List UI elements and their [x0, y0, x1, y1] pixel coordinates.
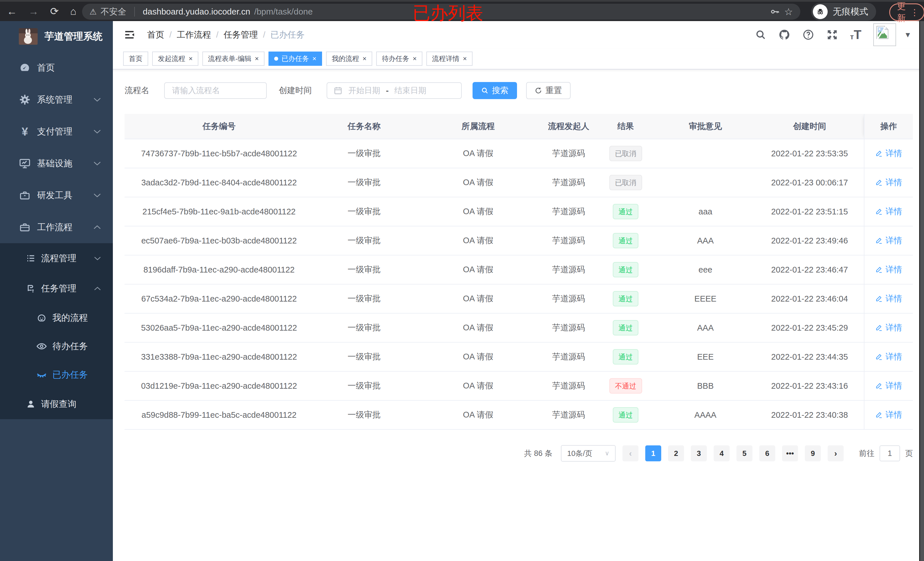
detail-link-label: 详情: [885, 380, 902, 392]
cell-task-id: 03d1219e-7b9a-11ec-a290-acde48001122: [124, 371, 314, 400]
tab-close-icon[interactable]: ×: [189, 55, 193, 62]
cell-flow: OA 请假: [415, 139, 542, 168]
forward-icon[interactable]: →: [28, 5, 39, 17]
sidebar-item-pay[interactable]: ¥ 支付管理: [0, 116, 113, 148]
view-tab[interactable]: 首页 ×: [123, 52, 148, 66]
detail-link[interactable]: 详情: [875, 235, 902, 246]
tab-close-icon[interactable]: ×: [363, 55, 366, 62]
next-page-button[interactable]: ›: [828, 445, 844, 461]
home-icon[interactable]: ⌂: [70, 5, 76, 17]
page-number-button[interactable]: 1: [645, 445, 661, 461]
cell-result: 通过: [596, 342, 656, 371]
detail-link[interactable]: 详情: [875, 409, 902, 420]
tags-view: 首页 × 发起流程 × 流程表单-编辑 × 已办任务 × 我的流程 × 待办任务: [113, 48, 924, 69]
view-tab[interactable]: 已办任务 ×: [268, 52, 322, 66]
browser-menu-icon[interactable]: ⋮: [910, 7, 919, 17]
cell-flow: OA 请假: [415, 197, 542, 226]
page-number-button[interactable]: 4: [714, 445, 730, 461]
page-number-button[interactable]: 2: [668, 445, 684, 461]
bookmark-star-icon[interactable]: ☆: [784, 6, 793, 17]
font-size-icon[interactable]: тT: [850, 30, 862, 40]
detail-link[interactable]: 详情: [875, 322, 902, 334]
search-icon[interactable]: [755, 29, 766, 40]
avatar-caret-icon[interactable]: ▼: [904, 30, 912, 39]
key-icon[interactable]: [770, 6, 780, 17]
cell-task-id: ec507ae6-7b9a-11ec-b03b-acde48001122: [124, 226, 314, 255]
cell-comment: AAA: [656, 226, 755, 255]
cell-result: 通过: [596, 197, 656, 226]
detail-link[interactable]: 详情: [875, 293, 902, 304]
update-button[interactable]: 更新 ⋮: [889, 3, 924, 21]
cell-task-name: 一级审批: [314, 284, 415, 313]
detail-link[interactable]: 详情: [875, 380, 902, 392]
detail-link[interactable]: 详情: [875, 148, 902, 159]
fullscreen-icon[interactable]: [826, 29, 838, 41]
cell-task-name: 一级审批: [314, 197, 415, 226]
cell-starter: 芋道源码: [542, 255, 596, 284]
sidebar-item-label: 我的流程: [52, 312, 88, 324]
tab-close-icon[interactable]: ×: [413, 55, 417, 62]
page-number-button[interactable]: 9: [805, 445, 821, 461]
breadcrumb-task-mgmt[interactable]: 任务管理: [224, 29, 258, 41]
page-scrollbar[interactable]: [919, 21, 924, 561]
view-tab[interactable]: 待办任务 ×: [376, 52, 422, 66]
view-tab[interactable]: 流程表单-编辑 ×: [202, 52, 264, 66]
page-number-button[interactable]: 5: [736, 445, 752, 461]
sidebar-item-leave[interactable]: 请假查询: [0, 389, 113, 419]
view-tab[interactable]: 发起流程 ×: [152, 52, 198, 66]
cell-starter: 芋道源码: [542, 226, 596, 255]
sidebar-item-my-process[interactable]: 我的流程: [0, 304, 113, 332]
page-number-button[interactable]: •••: [782, 445, 798, 461]
reset-button[interactable]: 重置: [526, 82, 571, 99]
prev-page-button[interactable]: ‹: [622, 445, 638, 461]
date-range-picker[interactable]: 开始日期 - 结束日期: [327, 82, 462, 99]
sidebar-item-home[interactable]: 首页: [0, 52, 113, 84]
cell-result: 通过: [596, 226, 656, 255]
logo[interactable]: 芋道管理系统: [0, 21, 113, 52]
avatar[interactable]: [873, 23, 896, 46]
tab-close-icon[interactable]: ×: [463, 55, 467, 62]
reload-icon[interactable]: ⟳: [50, 5, 59, 17]
goto-page-input[interactable]: [879, 445, 900, 461]
detail-link[interactable]: 详情: [875, 206, 902, 217]
cell-create-time: 2022-01-23 00:06:17: [755, 168, 864, 197]
workflow-submenu: 流程管理 任务管理 我的流程 待办任务 已办任务: [0, 243, 113, 419]
process-name-input[interactable]: [164, 82, 267, 99]
cell-comment: EEE: [656, 342, 755, 371]
cell-comment: AAAA: [656, 400, 755, 429]
view-tab[interactable]: 流程详情 ×: [426, 52, 472, 66]
divider: [134, 7, 135, 16]
back-icon[interactable]: ←: [7, 5, 17, 17]
search-button[interactable]: 搜索: [472, 82, 517, 99]
cell-starter: 芋道源码: [542, 284, 596, 313]
view-tab[interactable]: 我的流程 ×: [326, 52, 372, 66]
page-number-button[interactable]: 3: [691, 445, 707, 461]
sidebar-item-label: 基础设施: [37, 157, 72, 169]
page-number-button[interactable]: 6: [759, 445, 775, 461]
tab-close-icon[interactable]: ×: [312, 55, 316, 62]
breadcrumb-home[interactable]: 首页: [147, 29, 164, 41]
help-icon[interactable]: [802, 29, 814, 41]
sidebar-item-infra[interactable]: 基础设施: [0, 148, 113, 180]
cell-starter: 芋道源码: [542, 342, 596, 371]
sidebar-item-todo[interactable]: 待办任务: [0, 332, 113, 361]
collapse-sidebar-icon[interactable]: [123, 28, 136, 41]
page-size-select[interactable]: 10条/页 ∨: [561, 445, 616, 462]
sidebar-item-dev[interactable]: 研发工具: [0, 180, 113, 211]
detail-link[interactable]: 详情: [875, 264, 902, 275]
detail-link[interactable]: 详情: [875, 177, 902, 188]
sidebar-item-task-mgmt[interactable]: 任务管理: [0, 274, 113, 304]
cell-flow: OA 请假: [415, 284, 542, 313]
sidebar-item-done[interactable]: 已办任务: [0, 361, 113, 389]
sidebar-item-system[interactable]: 系统管理: [0, 84, 113, 116]
cell-actions: 详情: [864, 400, 913, 429]
github-icon[interactable]: [778, 29, 790, 41]
tab-label: 流程详情: [432, 54, 459, 63]
sidebar-item-workflow[interactable]: 工作流程: [0, 211, 113, 243]
detail-link[interactable]: 详情: [875, 351, 902, 362]
gear-icon: [18, 94, 32, 106]
detail-link-label: 详情: [885, 148, 902, 159]
sidebar-item-process-mgmt[interactable]: 流程管理: [0, 243, 113, 274]
breadcrumb-workflow[interactable]: 工作流程: [177, 29, 211, 41]
tab-close-icon[interactable]: ×: [255, 55, 259, 62]
